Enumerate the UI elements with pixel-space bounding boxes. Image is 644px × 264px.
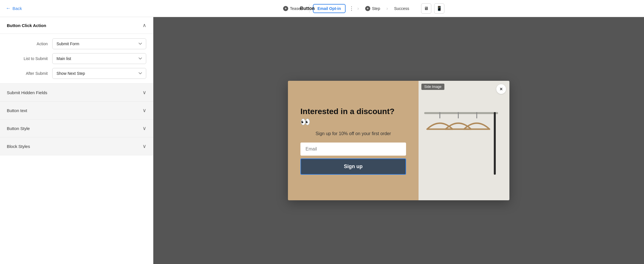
sidebar: Button Click Action ∧ Action Submit Form… (0, 17, 153, 264)
button-text-title: Button text (7, 108, 27, 113)
block-styles-title: Block Styles (7, 144, 30, 149)
top-bar-icons: 🖥 📱 (421, 3, 444, 14)
after-submit-label: After Submit (7, 71, 52, 76)
side-image-label: Side Image (421, 84, 444, 90)
popup-container: Interested in a discount? 👀 Sign up for … (288, 81, 509, 200)
svg-rect-0 (424, 112, 498, 114)
list-to-submit-select[interactable]: Main list (52, 53, 146, 64)
after-submit-select[interactable]: Show Next Step (52, 68, 146, 79)
mobile-icon: 📱 (436, 6, 442, 11)
popup-signup-button[interactable]: Sign up (300, 158, 406, 175)
submit-hidden-fields-chevron-icon: ∨ (143, 89, 146, 96)
main-layout: Button Click Action ∧ Action Submit Form… (0, 17, 644, 264)
list-to-submit-row: List to Submit Main list (7, 53, 146, 64)
button-click-action-section[interactable]: Button Click Action ∧ (0, 17, 153, 34)
back-arrow-icon: ← (6, 5, 11, 11)
button-text-chevron-icon: ∨ (143, 107, 146, 114)
top-bar-left: ← Back (6, 5, 85, 11)
list-to-submit-label: List to Submit (7, 56, 52, 61)
step-plus-icon: + (365, 6, 370, 11)
nav-arrow-2-icon: › (386, 6, 388, 11)
button-style-section: Button Style ∨ (0, 119, 153, 137)
block-styles-header[interactable]: Block Styles ∨ (0, 137, 153, 155)
svg-rect-1 (494, 112, 496, 175)
success-nav-btn[interactable]: Success (390, 5, 413, 13)
top-bar-nav: + Teaser Email Opt-in ⋮ › + Step › Succe… (85, 3, 638, 14)
success-label: Success (394, 6, 409, 11)
action-row: Action Submit Form (7, 38, 146, 49)
button-click-action-fields: Action Submit Form List to Submit Main l… (0, 34, 153, 84)
button-style-chevron-icon: ∨ (143, 125, 146, 131)
action-select[interactable]: Submit Form (52, 38, 146, 49)
page-title: Button (300, 6, 315, 11)
back-label: Back (12, 6, 22, 11)
desktop-icon: 🖥 (424, 6, 428, 11)
close-icon: × (500, 86, 503, 92)
submit-hidden-fields-section: Submit Hidden Fields ∨ (0, 84, 153, 102)
back-button[interactable]: ← Back (6, 5, 22, 11)
top-bar: ← Back Button + Teaser Email Opt-in ⋮ › … (0, 0, 644, 17)
hangers-illustration (419, 81, 509, 200)
block-styles-section: Block Styles ∨ (0, 137, 153, 155)
teaser-plus-icon: + (283, 6, 288, 11)
email-optin-label: Email Opt-in (317, 6, 341, 11)
button-click-action-chevron-icon: ∧ (143, 22, 146, 28)
nav-arrow-1-icon: › (357, 6, 359, 11)
popup-left: Interested in a discount? 👀 Sign up for … (288, 81, 419, 200)
action-label: Action (7, 42, 52, 46)
popup-close-button[interactable]: × (496, 84, 506, 94)
popup-heading: Interested in a discount? 👀 (300, 106, 406, 127)
step-label: Step (372, 6, 380, 11)
hangers-svg (421, 95, 507, 186)
button-style-title: Button Style (7, 126, 30, 131)
popup-subtext: Sign up for 10% off on your first order (300, 131, 406, 136)
button-click-action-title: Button Click Action (7, 23, 46, 28)
mobile-view-btn[interactable]: 📱 (434, 3, 444, 14)
email-optin-nav-btn[interactable]: Email Opt-in (313, 4, 345, 13)
after-submit-row: After Submit Show Next Step (7, 68, 146, 79)
popup-right: Side Image × (419, 81, 509, 200)
email-optin-dots-icon[interactable]: ⋮ (348, 5, 355, 12)
button-text-header[interactable]: Button text ∨ (0, 102, 153, 119)
step-nav-btn[interactable]: + Step (361, 4, 384, 13)
button-style-header[interactable]: Button Style ∨ (0, 119, 153, 137)
desktop-view-btn[interactable]: 🖥 (421, 3, 431, 14)
block-styles-chevron-icon: ∨ (143, 143, 146, 149)
submit-hidden-fields-title: Submit Hidden Fields (7, 90, 47, 95)
submit-hidden-fields-header[interactable]: Submit Hidden Fields ∨ (0, 84, 153, 101)
preview-area: Interested in a discount? 👀 Sign up for … (153, 17, 644, 264)
popup-email-input[interactable] (300, 143, 406, 156)
button-text-section: Button text ∨ (0, 102, 153, 119)
